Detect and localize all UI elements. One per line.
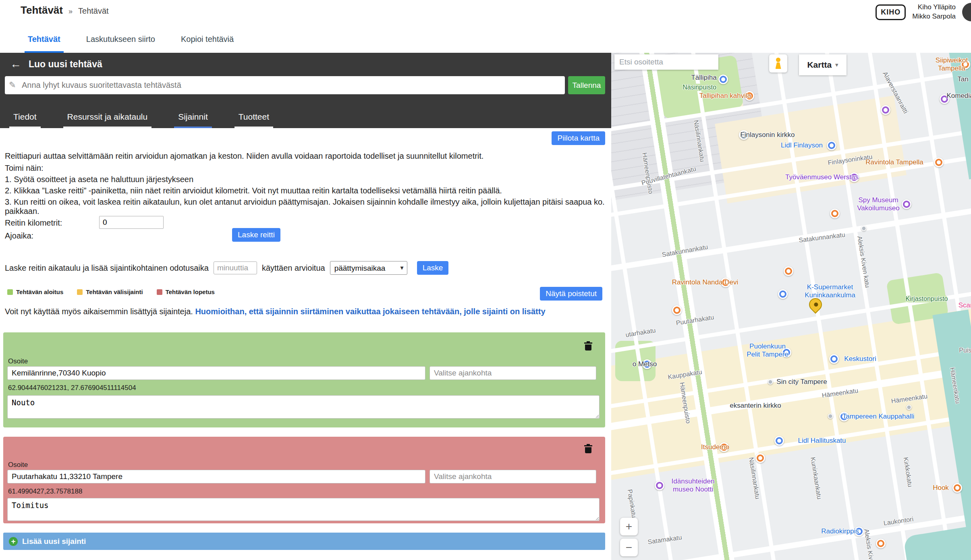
map-label: Satakunnankatu: [798, 231, 845, 244]
tab-resurssit[interactable]: Resurssit ja aikataulu: [63, 112, 152, 128]
map[interactable]: TällipihaNäsinpuistoTallipihan kahvilaSi…: [611, 53, 971, 560]
trash-icon[interactable]: [584, 444, 592, 454]
coordinates: 61.4990427,23.7578188: [8, 487, 82, 496]
tab-sijainnit[interactable]: Sijainnit: [174, 112, 212, 128]
pegman-control[interactable]: [769, 54, 787, 73]
locations-note: Voit nyt käyttää myös aikaisemmin lisätt…: [5, 307, 546, 316]
map-label: Radiokirppis: [821, 527, 859, 535]
estimate-type-select-wrap: päättymisaikaa ▾: [330, 261, 407, 275]
map-label: Hämeenkatu: [822, 387, 859, 400]
map-label: Tampereen Kauppahalli: [842, 413, 915, 421]
back-icon[interactable]: ←: [10, 58, 21, 71]
map-label: Näsinpuisto: [683, 84, 716, 91]
map-label: K-Supermarket Kuninkaankulma: [805, 283, 855, 299]
legend: Tehtävän aloitus Tehtävän välisijainti T…: [7, 288, 215, 295]
user-info: Kiho Ylläpito Mikko Sarpola: [912, 3, 956, 21]
location-note-textarea[interactable]: Nouto: [7, 395, 600, 419]
map-search-box: [614, 54, 718, 70]
wait-minutes-input[interactable]: [214, 261, 257, 274]
chevron-down-icon: ▾: [835, 61, 838, 68]
address-input[interactable]: [7, 470, 425, 483]
route-intro: Reittiapuri auttaa selvittämään reitin a…: [5, 151, 483, 161]
using-estimated-label: käyttäen arvioitua: [262, 263, 325, 273]
user-area: KIHO Kiho Ylläpito Mikko Sarpola: [876, 0, 971, 27]
zoom-in-button[interactable]: +: [620, 518, 638, 535]
map-label: Spy Museum Vakoilumuseo: [857, 196, 900, 212]
hide-map-button[interactable]: Piilota kartta: [552, 131, 605, 145]
calculate-schedule-button[interactable]: Laske: [417, 261, 449, 275]
map-label: Hämeenkatu: [891, 393, 928, 405]
add-location-button[interactable]: + Lisää uusi sijainti: [3, 533, 605, 550]
map-label: utarhakatu: [625, 327, 656, 339]
panel-title: Luo uusi tehtävä: [29, 59, 102, 70]
task-panel: ← Luo uusi tehtävä ✎ Tallenna Tiedot Res…: [0, 53, 611, 560]
map-label: Finlaysoninkatu: [828, 153, 873, 167]
map-label: Ravintola Nanda Devi: [672, 278, 738, 286]
trash-icon[interactable]: [584, 341, 592, 351]
location-card-end: Osoite 61.4990427,23.7578188 Toimitus: [3, 437, 605, 523]
kiho-logo: KIHO: [876, 4, 906, 20]
show-deleted-button[interactable]: Näytä poistetut: [540, 287, 602, 301]
schedule-row: Laske reitin aikataulu ja lisää sijainti…: [5, 261, 448, 275]
map-label: Näsilinnankatu: [747, 457, 761, 500]
route-km-label: Reitin kilometrit:: [5, 218, 62, 228]
route-step-2: 2. Klikkaa ”Laske reitti” -painiketta, n…: [5, 186, 502, 195]
map-search-input[interactable]: [614, 54, 718, 70]
datetime-input[interactable]: [429, 366, 596, 380]
drive-time-label: Ajoaika:: [5, 231, 33, 241]
map-label: Ravintola Tampella: [865, 158, 923, 166]
coordinates: 62.9044476021231, 27.676904511114504: [8, 384, 136, 392]
map-label: eksanterin kirkko: [730, 402, 781, 410]
map-label: Kirkkokatu: [902, 457, 914, 488]
address-input[interactable]: [7, 366, 425, 380]
schedule-label: Laske reitin aikataulu ja lisää sijainti…: [5, 263, 209, 273]
map-label: o Metso: [633, 360, 657, 368]
map-label: Satakunnankatu: [661, 243, 708, 259]
map-type-button[interactable]: Kartta ▾: [799, 54, 847, 75]
tab-laskutukseen-siirto[interactable]: Laskutukseen siirto: [83, 27, 158, 53]
save-button[interactable]: Tallenna: [568, 76, 605, 94]
map-label: Tällipiha: [691, 74, 716, 82]
map-label: Kauppakatu: [667, 368, 702, 381]
pegman-icon: [775, 58, 782, 69]
task-description-input[interactable]: [5, 76, 565, 94]
zoom-out-button[interactable]: −: [620, 539, 638, 556]
legend-waypoint: Tehtävän välisijainti: [77, 288, 143, 295]
user-org: Kiho Ylläpito: [912, 3, 956, 12]
map-label: Lidl Finlayson: [781, 141, 823, 149]
tab-tiedot[interactable]: Tiedot: [9, 112, 41, 128]
map-label: Idänsuhteiden museo Nootti: [672, 477, 715, 493]
map-label: Puolenkuun Pelit Tampere: [747, 342, 788, 358]
map-label: Aleksis Kiven katu: [856, 235, 871, 288]
estimate-type-select[interactable]: päättymisaikaa: [330, 261, 407, 275]
map-label: Kuninkaankatu: [809, 456, 823, 500]
map-label: Puutarhakatu: [676, 313, 715, 327]
top-header: Tehtävät » Tehtävät KIHO Kiho Ylläpito M…: [0, 0, 971, 53]
tab-kopioi-tehtavia[interactable]: Kopioi tehtäviä: [178, 27, 237, 53]
locations-note-warning[interactable]: Huomioithan, että sijainnin siirtäminen …: [195, 307, 545, 316]
route-km-input[interactable]: [99, 216, 164, 229]
location-note-textarea[interactable]: Toimitus: [7, 498, 600, 521]
tab-tuotteet[interactable]: Tuotteet: [234, 112, 273, 128]
datetime-input[interactable]: [429, 470, 596, 483]
map-labels-layer: TällipihaNäsinpuistoTallipihan kahvilaSi…: [611, 53, 971, 560]
breadcrumb: Tehtävät » Tehtävät: [21, 4, 109, 17]
route-steps-title: Toimi näin:: [5, 164, 44, 173]
map-label: Lidl Hallituskatu: [798, 437, 846, 445]
avatar[interactable]: [962, 3, 971, 21]
map-label: Finlaysonin kirkko: [740, 131, 795, 139]
legend-start: Tehtävän aloitus: [7, 288, 63, 295]
zoom-controls: + −: [620, 518, 638, 556]
location-card-start: Osoite 62.9044476021231, 27.676904511114…: [3, 332, 605, 427]
pencil-icon: ✎: [9, 80, 16, 90]
map-label: Scan: [959, 301, 971, 309]
calculate-route-button[interactable]: Laske reitti: [232, 228, 280, 242]
map-label: Hämeenpuisto: [641, 152, 654, 195]
tab-tehtavat[interactable]: Tehtävät: [25, 27, 64, 53]
map-label: Aleksis Kiven katu: [863, 528, 878, 560]
page-title: Tehtävät: [21, 4, 63, 17]
legend-end-swatch: [157, 289, 162, 295]
address-label: Osoite: [8, 357, 28, 365]
plus-icon: +: [9, 537, 18, 546]
map-label: Laukontori: [883, 516, 914, 527]
